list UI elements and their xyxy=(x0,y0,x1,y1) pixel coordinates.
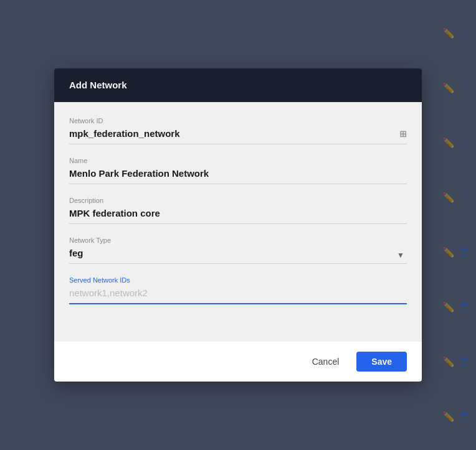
network-id-label: Network ID xyxy=(69,117,407,124)
save-button[interactable]: Save xyxy=(356,352,407,372)
name-value: Menlo Park Federation Network xyxy=(69,168,209,179)
description-field-group: Description MPK federation core xyxy=(69,197,407,224)
dialog-footer: Cancel Save xyxy=(54,342,422,382)
served-network-ids-field-group: Served Network IDs xyxy=(69,276,407,304)
served-network-ids-label: Served Network IDs xyxy=(69,276,407,284)
description-value-row: MPK federation core xyxy=(69,208,407,224)
name-value-row: Menlo Park Federation Network xyxy=(69,168,407,184)
network-type-label: Network Type xyxy=(69,237,407,244)
network-type-select-wrapper: feg lte cwf xwf ▼ xyxy=(69,248,407,264)
description-label: Description xyxy=(69,197,407,204)
network-type-field-group: Network Type feg lte cwf xwf ▼ xyxy=(69,237,407,264)
modal-overlay: Add Network Network ID mpk_federation_ne… xyxy=(0,0,476,450)
add-network-dialog: Add Network Network ID mpk_federation_ne… xyxy=(54,68,422,382)
grid-icon[interactable]: ⊞ xyxy=(399,129,407,139)
dialog-header: Add Network xyxy=(54,68,422,102)
dialog-body: Network ID mpk_federation_network ⊞ Name… xyxy=(54,102,422,342)
network-id-value-row: mpk_federation_network ⊞ xyxy=(69,128,407,144)
network-type-select[interactable]: feg lte cwf xwf xyxy=(69,248,407,264)
name-label: Name xyxy=(69,157,407,164)
network-id-field-group: Network ID mpk_federation_network ⊞ xyxy=(69,117,407,144)
description-value: MPK federation core xyxy=(69,208,160,218)
network-id-value: mpk_federation_network xyxy=(69,128,180,139)
served-network-ids-input[interactable] xyxy=(69,288,407,304)
name-field-group: Name Menlo Park Federation Network xyxy=(69,157,407,184)
cancel-button[interactable]: Cancel xyxy=(302,352,350,372)
dialog-title: Add Network xyxy=(69,80,127,90)
